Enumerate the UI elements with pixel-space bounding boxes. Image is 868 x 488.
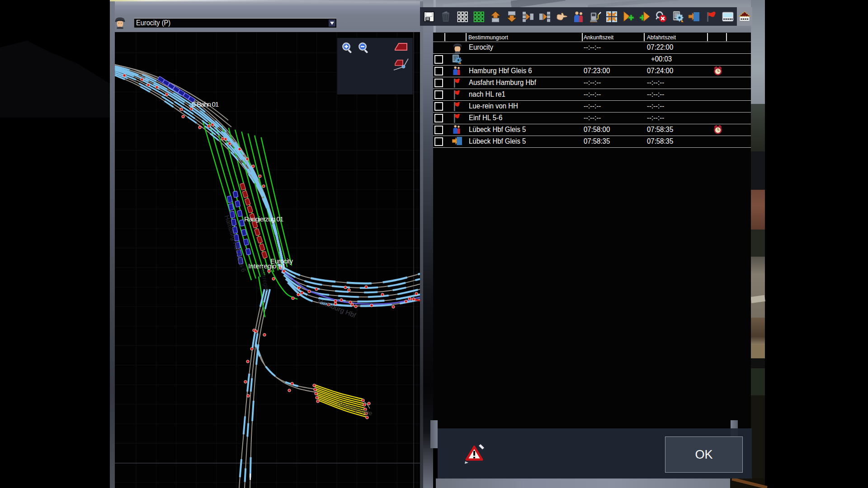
svg-text:Rangierzug 01: Rangierzug 01 <box>244 215 283 223</box>
svg-text:Interregio 01: Interregio 01 <box>248 262 286 270</box>
svg-text:S-Bahn 01: S-Bahn 01 <box>191 100 219 108</box>
